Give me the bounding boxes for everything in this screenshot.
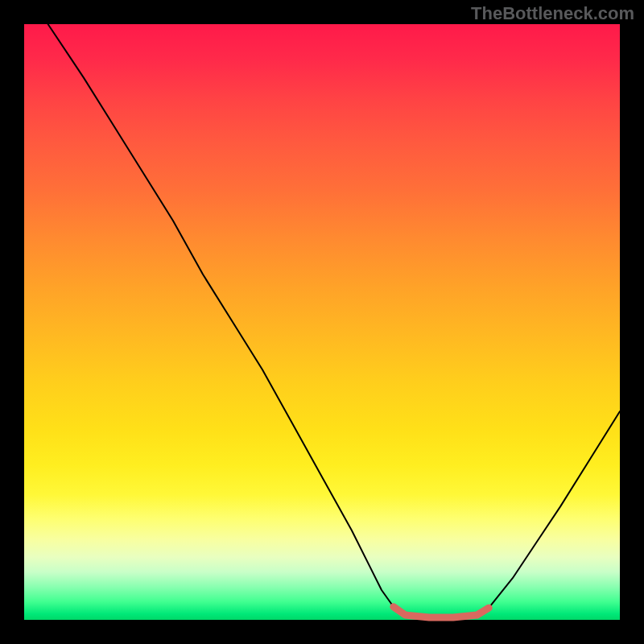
highlight-segment [394, 607, 489, 617]
watermark-text: TheBottleneck.com [471, 3, 634, 24]
bottleneck-curve [48, 24, 620, 617]
chart-svg [24, 24, 620, 620]
plot-area [24, 24, 620, 620]
